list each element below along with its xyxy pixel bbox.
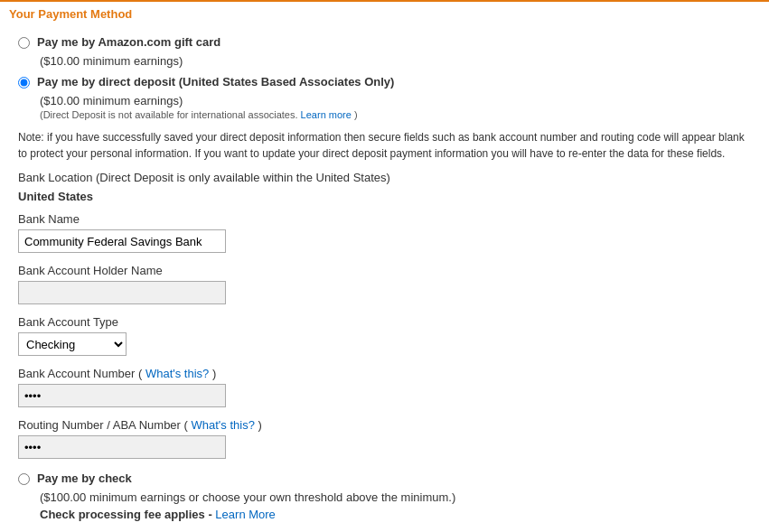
check-label[interactable]: Pay me by check xyxy=(37,471,132,485)
bank-account-type-select[interactable]: Checking Savings xyxy=(18,332,127,356)
note-box: Note: if you have successfully saved you… xyxy=(18,129,751,162)
bank-account-number-input[interactable] xyxy=(18,384,226,407)
direct-deposit-label[interactable]: Pay me by direct deposit (United States … xyxy=(37,75,394,89)
bank-location-label: Bank Location (Direct Deposit is only av… xyxy=(18,171,751,184)
bank-account-type-group: Bank Account Type Checking Savings xyxy=(18,315,751,356)
bank-account-holder-group: Bank Account Holder Name xyxy=(18,264,751,304)
bank-location-country: United States xyxy=(18,190,751,203)
direct-deposit-option: Pay me by direct deposit (United States … xyxy=(18,75,751,89)
account-number-whats-this-link[interactable]: What's this? xyxy=(145,367,209,380)
gift-card-option: Pay me by Amazon.com gift card xyxy=(18,35,751,49)
bank-name-input[interactable] xyxy=(18,229,226,253)
bank-name-label: Bank Name xyxy=(18,212,751,226)
gift-card-sublabel: ($10.00 minimum earnings) xyxy=(40,54,751,68)
check-sublabel: ($100.00 minimum earnings or choose your… xyxy=(40,490,751,504)
section-title: Your Payment Method xyxy=(9,7,132,21)
bank-account-type-label: Bank Account Type xyxy=(18,315,751,329)
bank-account-number-label: Bank Account Number ( What's this? ) xyxy=(18,367,751,380)
bank-name-group: Bank Name xyxy=(18,212,751,253)
page-container: Your Payment Method Pay me by Amazon.com… xyxy=(0,0,769,532)
routing-number-whats-this-link[interactable]: What's this? xyxy=(192,418,255,432)
check-processing-note: Check processing fee applies - Learn Mor… xyxy=(40,508,751,521)
check-learn-more-link[interactable]: Learn More xyxy=(215,508,275,521)
check-option: Pay me by check xyxy=(18,471,751,485)
direct-deposit-sublabel: ($10.00 minimum earnings) xyxy=(40,94,751,107)
direct-deposit-note: (Direct Deposit is not available for int… xyxy=(40,109,751,120)
direct-deposit-radio[interactable] xyxy=(18,77,30,89)
routing-number-label: Routing Number / ABA Number ( What's thi… xyxy=(18,418,751,432)
section-header: Your Payment Method xyxy=(0,0,769,26)
bank-account-holder-input[interactable] xyxy=(18,281,226,304)
learn-more-direct-deposit-link[interactable]: Learn more xyxy=(301,109,352,120)
gift-card-label[interactable]: Pay me by Amazon.com gift card xyxy=(37,35,220,49)
gift-card-radio[interactable] xyxy=(18,37,30,49)
content-area: Pay me by Amazon.com gift card ($10.00 m… xyxy=(0,26,769,532)
bank-account-number-group: Bank Account Number ( What's this? ) xyxy=(18,367,751,407)
routing-number-group: Routing Number / ABA Number ( What's thi… xyxy=(18,418,751,459)
check-radio[interactable] xyxy=(18,473,30,485)
routing-number-input[interactable] xyxy=(18,435,226,459)
check-option-area: Pay me by check ($100.00 minimum earning… xyxy=(18,471,751,521)
bank-account-holder-label: Bank Account Holder Name xyxy=(18,264,751,277)
